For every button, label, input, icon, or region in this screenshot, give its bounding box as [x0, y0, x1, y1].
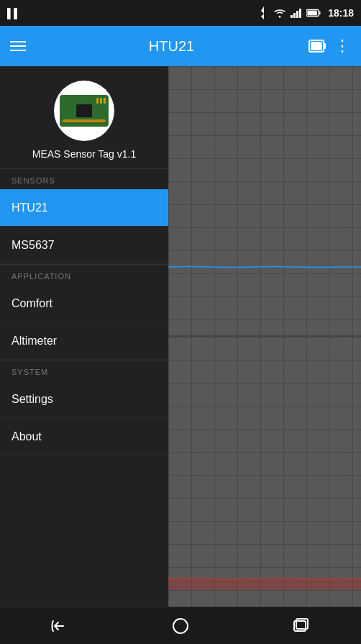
chart-top: [168, 66, 361, 337]
pcb-chip: [76, 104, 92, 117]
sidebar-item-comfort[interactable]: Comfort: [0, 285, 168, 322]
sidebar-item-settings-label: Settings: [12, 393, 53, 406]
section-application-header: APPLICATION: [0, 264, 168, 285]
pcb-pin: [96, 98, 99, 104]
svg-point-10: [173, 619, 188, 633]
home-button[interactable]: [120, 607, 240, 644]
svg-rect-0: [291, 15, 293, 18]
svg-rect-6: [308, 11, 318, 15]
app-bar-title: HTU21: [36, 38, 307, 55]
svg-rect-5: [319, 12, 321, 15]
device-avatar: [54, 81, 114, 141]
sidebar-item-comfort-label: Comfort: [12, 297, 52, 310]
home-circle-icon: [172, 617, 189, 635]
sidebar-item-ms5637[interactable]: MS5637: [0, 227, 168, 264]
chart-area: [168, 66, 361, 607]
pcb-gold-trace: [63, 119, 106, 122]
menu-line-2: [10, 45, 26, 47]
recents-button[interactable]: [241, 607, 361, 644]
svg-rect-3: [299, 9, 301, 18]
sidebar-item-altimeter[interactable]: Altimeter: [0, 322, 168, 360]
sidebar-item-settings[interactable]: Settings: [0, 381, 168, 418]
more-options-button[interactable]: ⋮: [334, 37, 351, 55]
sidebar: MEAS Sensor Tag v1.1 SENSORS HTU21 MS563…: [0, 66, 168, 607]
back-arrow-icon: [50, 618, 70, 634]
toolbar-battery-icon: [307, 36, 327, 56]
svg-rect-8: [324, 43, 326, 49]
menu-line-3: [10, 50, 26, 51]
status-bar: ▌▌ 18:18: [0, 0, 361, 26]
device-header: MEAS Sensor Tag v1.1: [0, 66, 168, 168]
svg-rect-9: [311, 42, 322, 50]
svg-rect-2: [296, 11, 298, 18]
pcb-pin: [100, 98, 102, 104]
signal-bars-icon: ▌▌: [7, 8, 20, 19]
signal-icon: [291, 8, 302, 18]
sidebar-item-altimeter-label: Altimeter: [12, 335, 57, 348]
pcb-board: [60, 95, 109, 127]
chart-red-line: [168, 561, 361, 590]
battery-status-icon: [306, 9, 321, 17]
sidebar-item-ms5637-label: MS5637: [12, 239, 55, 252]
section-system-header: SYSTEM: [0, 360, 168, 381]
chart-bottom: [168, 337, 361, 607]
bottom-nav: [0, 607, 361, 644]
pcb-pin: [104, 98, 106, 104]
bluetooth-icon: [259, 6, 269, 19]
chart-top-grid: [168, 66, 361, 335]
recents-square-icon: [293, 618, 309, 634]
back-button[interactable]: [0, 607, 120, 644]
section-sensors-header: SENSORS: [0, 168, 168, 189]
main-content: MEAS Sensor Tag v1.1 SENSORS HTU21 MS563…: [0, 66, 361, 607]
sidebar-item-htu21[interactable]: HTU21: [0, 189, 168, 227]
sidebar-item-htu21-label: HTU21: [12, 201, 48, 214]
sidebar-item-about-label: About: [12, 430, 42, 443]
sidebar-item-about[interactable]: About: [0, 418, 168, 455]
pcb-pins: [96, 98, 106, 104]
menu-line-1: [10, 41, 26, 42]
wifi-icon: [273, 8, 286, 18]
svg-rect-1: [293, 13, 296, 18]
device-name: MEAS Sensor Tag v1.1: [32, 148, 136, 160]
menu-button[interactable]: [10, 41, 26, 51]
chart-blue-line: [168, 253, 361, 281]
status-time: 18:18: [328, 7, 354, 19]
app-bar: HTU21 ⋮: [0, 26, 361, 66]
